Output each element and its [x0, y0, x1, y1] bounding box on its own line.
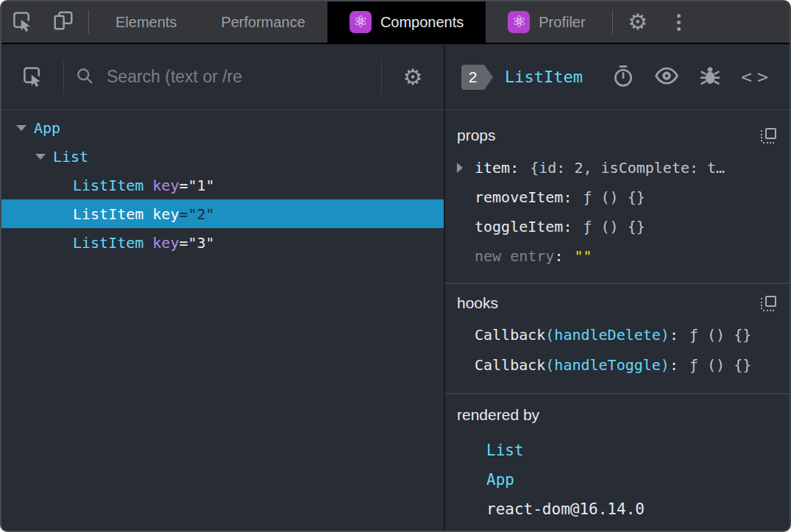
- component-name: ListItem: [73, 234, 143, 252]
- hook-callback-name: (handleDelete): [545, 326, 670, 344]
- component-name: ListItem: [73, 177, 143, 194]
- search-input[interactable]: [107, 67, 371, 87]
- tree-item-listitem-3[interactable]: ListItem key ="3": [1, 228, 444, 257]
- key-attribute: key: [152, 177, 179, 194]
- rendered-by-item-list[interactable]: List: [457, 436, 776, 465]
- prop-value: ƒ () {}: [583, 218, 645, 235]
- rendered-by-title: rendered by: [457, 406, 539, 424]
- prop-row-item[interactable]: item: {id: 2, isComplete: t…: [457, 153, 776, 182]
- colon: :: [670, 356, 678, 374]
- tree-pane: ⚙ App List ListItem key ="1" Li: [1, 44, 445, 531]
- prop-row-new-entry[interactable]: new entry: "": [457, 241, 776, 271]
- prop-row-toggleitem[interactable]: toggleItem: ƒ () {}: [457, 212, 776, 241]
- toggle-device-toolbar-button[interactable]: [43, 1, 84, 43]
- hook-row-handledelete[interactable]: Callback(handleDelete): ƒ () {}: [457, 321, 776, 348]
- prop-value: {id: 2, isComplete: t…: [530, 159, 725, 177]
- owners-stack-badge[interactable]: 2: [461, 65, 484, 90]
- hook-name: Callback: [475, 326, 545, 344]
- tab-components[interactable]: ⚛ Components: [327, 1, 486, 43]
- code-brackets-icon: <>: [741, 66, 773, 88]
- hook-callback-name: (handleToggle): [545, 356, 670, 374]
- separator: [381, 60, 382, 94]
- search-box: [74, 65, 371, 89]
- tab-performance[interactable]: Performance: [199, 1, 327, 43]
- tab-profiler[interactable]: ⚛ Profiler: [486, 1, 607, 43]
- owner-link[interactable]: List: [486, 441, 524, 459]
- separator: [88, 10, 89, 34]
- hooks-section-title: hooks: [457, 294, 498, 312]
- details-pane: 2 ListItem: [445, 44, 790, 531]
- component-name: List: [53, 148, 88, 166]
- tree-settings-button[interactable]: ⚙: [392, 66, 433, 88]
- stopwatch-icon: [611, 64, 635, 91]
- hook-row-handletoggle[interactable]: Callback(handleToggle): ƒ () {}: [457, 351, 776, 378]
- new-entry-field[interactable]: new entry: [475, 247, 554, 265]
- inspect-element-button[interactable]: [1, 1, 43, 43]
- separator: [612, 10, 613, 34]
- details-header: 2 ListItem: [445, 44, 790, 110]
- devtools-window: Elements Performance ⚛ Components ⚛ Prof…: [0, 0, 791, 532]
- tab-elements[interactable]: Elements: [93, 1, 199, 43]
- suspend-component-button[interactable]: [611, 64, 635, 91]
- search-icon: [74, 65, 95, 89]
- separator: [63, 60, 64, 94]
- component-tree: App List ListItem key ="1" ListItem key …: [1, 110, 444, 531]
- prop-value: ƒ () {}: [583, 188, 645, 206]
- inspect-cursor-icon: [11, 10, 33, 35]
- copy-icon[interactable]: [761, 296, 776, 311]
- colon: :: [563, 218, 572, 235]
- prop-key: removeItem: [475, 188, 563, 206]
- kebab-menu-icon: [677, 14, 681, 31]
- devtools-menu-button[interactable]: [659, 1, 700, 43]
- device-toolbar-icon: [52, 10, 74, 35]
- inspect-dom-button[interactable]: [654, 63, 679, 91]
- key-value: ="2": [179, 205, 214, 223]
- key-value: ="1": [179, 177, 214, 194]
- tab-label: Performance: [221, 14, 305, 31]
- gear-icon: ⚙: [628, 11, 648, 33]
- expand-arrow-icon[interactable]: [16, 125, 34, 131]
- tab-label: Elements: [116, 14, 177, 31]
- inspect-cursor-icon: [21, 65, 43, 90]
- log-component-button[interactable]: [698, 64, 722, 91]
- hooks-section: hooks Callback(handleDelete): ƒ () {} Ca…: [445, 284, 790, 394]
- eye-icon: [654, 63, 679, 91]
- copy-icon[interactable]: [761, 128, 776, 143]
- key-attribute: key: [152, 234, 179, 252]
- tree-item-listitem-1[interactable]: ListItem key ="1": [1, 171, 444, 199]
- hook-name: Callback: [475, 356, 545, 374]
- devtools-settings-button[interactable]: ⚙: [617, 1, 659, 43]
- rendered-by-section: rendered by List App react-dom@16.14.0: [445, 394, 790, 531]
- gear-icon: ⚙: [403, 66, 423, 88]
- rendered-by-item-reactdom: react-dom@16.14.0: [457, 494, 776, 524]
- prop-row-removeitem[interactable]: removeItem: ƒ () {}: [457, 182, 776, 212]
- devtools-tab-bar: Elements Performance ⚛ Components ⚛ Prof…: [1, 1, 790, 44]
- hook-value: ƒ () {}: [689, 326, 751, 344]
- tab-label: Profiler: [539, 14, 585, 31]
- select-element-button[interactable]: [12, 65, 53, 90]
- new-entry-value[interactable]: "": [574, 247, 592, 265]
- tree-item-list[interactable]: List: [1, 142, 444, 171]
- colon: :: [510, 159, 519, 177]
- tree-item-listitem-2-selected[interactable]: ListItem key ="2": [1, 199, 444, 228]
- renderer-version: react-dom@16.14.0: [486, 500, 645, 518]
- prop-key: item: [475, 159, 510, 177]
- rendered-by-item-app[interactable]: App: [457, 465, 776, 494]
- key-value: ="3": [179, 234, 214, 252]
- expand-arrow-icon[interactable]: [35, 154, 53, 160]
- view-source-button[interactable]: <>: [741, 66, 773, 88]
- selected-component-title: ListItem: [505, 68, 583, 86]
- owner-link[interactable]: App: [486, 471, 514, 489]
- props-section: props item: {id: 2, isComplete: t… remov…: [445, 110, 790, 284]
- expand-arrow-icon[interactable]: [457, 163, 475, 173]
- prop-key: toggleItem: [475, 218, 563, 235]
- bug-icon: [698, 64, 722, 91]
- props-section-title: props: [457, 127, 496, 144]
- component-name: App: [34, 119, 60, 137]
- tab-label: Components: [380, 14, 464, 31]
- react-logo-icon: ⚛: [508, 11, 530, 33]
- tree-toolbar: ⚙: [1, 44, 444, 110]
- key-attribute: key: [152, 205, 179, 223]
- tree-item-app[interactable]: App: [1, 113, 444, 142]
- react-logo-icon: ⚛: [350, 11, 372, 33]
